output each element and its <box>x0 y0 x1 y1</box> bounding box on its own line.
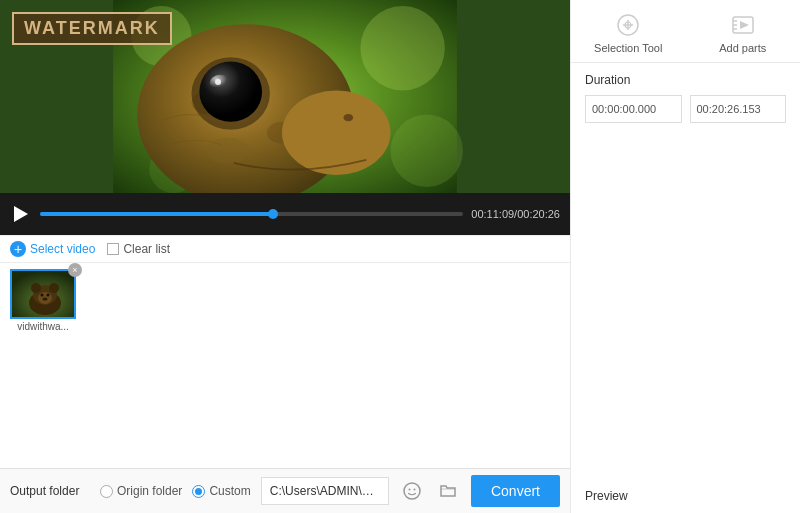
custom-folder-option[interactable]: Custom <box>192 484 250 498</box>
progress-thumb <box>268 209 278 219</box>
bear-svg <box>12 271 76 319</box>
svg-point-25 <box>404 483 420 499</box>
add-parts-tab[interactable]: Add parts <box>686 5 801 62</box>
svg-point-2 <box>360 6 444 90</box>
convert-button[interactable]: Convert <box>471 475 560 507</box>
folder-open-icon <box>439 482 457 500</box>
clear-list-label: Clear list <box>123 242 170 256</box>
select-video-button[interactable]: + Select video <box>10 241 95 257</box>
progress-bar[interactable] <box>40 212 463 216</box>
duration-fields: 00:00:00.000 00:20:26.153 <box>585 95 786 123</box>
time-display: 00:11:09/00:20:26 <box>471 208 560 220</box>
thumbnail-label: vidwithwa... <box>17 321 69 332</box>
svg-point-26 <box>408 489 410 491</box>
right-toolbar: Selection Tool Add parts <box>571 0 800 63</box>
video-area: WATERMARK <box>0 0 570 193</box>
svg-marker-15 <box>14 206 28 222</box>
file-actions-bar: + Select video Clear list <box>0 235 570 263</box>
thumbnail-list: × <box>0 263 570 468</box>
close-icon: × <box>72 265 77 275</box>
clear-checkbox-icon <box>107 243 119 255</box>
add-parts-icon <box>729 11 757 39</box>
duration-start-field[interactable]: 00:00:00.000 <box>585 95 682 123</box>
svg-point-27 <box>413 489 415 491</box>
origin-folder-label: Origin folder <box>117 484 182 498</box>
selection-tool-tab[interactable]: Selection Tool <box>571 5 686 62</box>
svg-point-20 <box>49 283 59 293</box>
svg-point-22 <box>41 294 44 297</box>
svg-point-24 <box>43 298 48 301</box>
output-folder-bar: Output folder Origin folder Custom C:\Us… <box>0 468 570 513</box>
preview-title: Preview <box>585 489 786 503</box>
play-button[interactable] <box>10 203 32 225</box>
selection-tool-label: Selection Tool <box>594 42 662 54</box>
video-controls-bar: 00:11:09/00:20:26 <box>0 193 570 235</box>
duration-start-value: 00:00:00.000 <box>592 103 656 115</box>
origin-folder-option[interactable]: Origin folder <box>100 484 182 498</box>
clear-list-button[interactable]: Clear list <box>107 242 170 256</box>
thumbnail-item[interactable]: × <box>10 269 76 332</box>
svg-marker-33 <box>740 21 749 29</box>
preview-section: Preview <box>571 479 800 513</box>
thumbnail-image <box>10 269 76 319</box>
folder-open-icon-button[interactable] <box>435 478 461 504</box>
svg-point-9 <box>282 90 391 174</box>
origin-radio-icon <box>100 485 113 498</box>
svg-point-19 <box>31 283 41 293</box>
selection-tool-icon <box>614 11 642 39</box>
emoji-icon-button[interactable] <box>399 478 425 504</box>
custom-radio-icon <box>192 485 205 498</box>
folder-path-text: C:\Users\ADMIN\Desktop <box>270 484 380 498</box>
duration-end-value: 00:20:26.153 <box>697 103 761 115</box>
svg-point-12 <box>199 62 262 122</box>
svg-point-14 <box>215 79 221 85</box>
emoji-icon <box>403 482 421 500</box>
output-folder-label: Output folder <box>10 484 90 498</box>
duration-end-field[interactable]: 00:20:26.153 <box>690 95 787 123</box>
custom-folder-label: Custom <box>209 484 250 498</box>
plus-icon: + <box>10 241 26 257</box>
duration-title: Duration <box>585 73 786 87</box>
svg-point-3 <box>391 115 463 187</box>
svg-point-10 <box>344 114 354 121</box>
watermark-label: WATERMARK <box>12 12 172 45</box>
svg-point-23 <box>47 294 50 297</box>
folder-path-input[interactable]: C:\Users\ADMIN\Desktop <box>261 477 389 505</box>
duration-section: Duration 00:00:00.000 00:20:26.153 <box>571 63 800 133</box>
right-panel: Selection Tool Add parts <box>570 0 800 513</box>
thumbnail-close-button[interactable]: × <box>68 263 82 277</box>
add-parts-label: Add parts <box>719 42 766 54</box>
svg-point-8 <box>207 138 249 165</box>
progress-fill <box>40 212 273 216</box>
select-video-label: Select video <box>30 242 95 256</box>
